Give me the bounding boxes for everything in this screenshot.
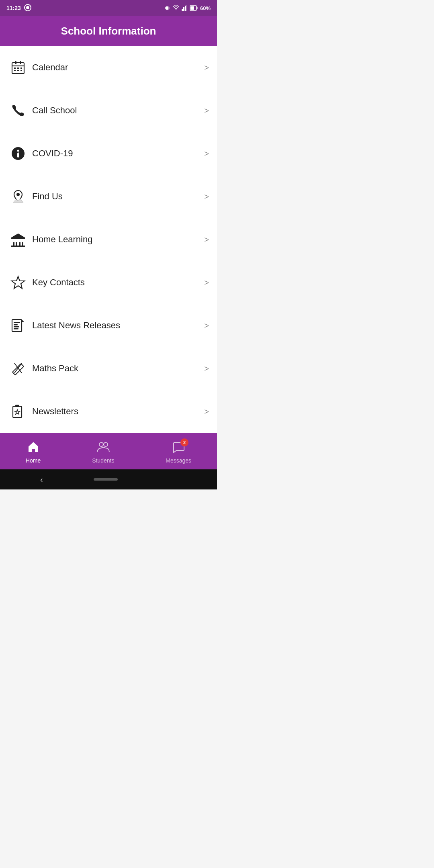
chevron-icon-latest-news: > (204, 321, 209, 330)
svg-marker-28 (11, 233, 25, 237)
bottom-nav: Home Students 2 Messages (0, 433, 217, 469)
messages-icon: 2 (172, 441, 184, 456)
chevron-icon-home-learning: > (204, 235, 209, 244)
chevron-icon-find-us: > (204, 192, 209, 201)
menu-list: Calendar > Call School > i COVID-19 > (0, 46, 217, 433)
svg-rect-36 (12, 319, 22, 332)
nav-label-home: Home (26, 457, 41, 464)
svg-rect-33 (11, 237, 25, 239)
status-battery: 60% (200, 5, 211, 11)
nav-label-students: Students (92, 457, 114, 464)
svg-rect-2 (166, 6, 169, 10)
star-icon (8, 272, 28, 293)
status-bar: 11:23 (0, 0, 217, 16)
svg-point-5 (176, 9, 176, 10)
svg-rect-9 (186, 5, 187, 11)
menu-label-find-us: Find Us (32, 191, 204, 202)
menu-label-latest-news: Latest News Releases (32, 320, 204, 331)
status-right: 60% (164, 5, 211, 11)
svg-rect-21 (17, 70, 19, 71)
nav-item-messages[interactable]: 2 Messages (166, 441, 191, 464)
nav-item-students[interactable]: Students (92, 441, 114, 464)
svg-point-1 (26, 6, 29, 9)
svg-rect-41 (12, 364, 24, 375)
menu-label-calendar: Calendar (32, 62, 204, 73)
bank-icon (8, 229, 28, 250)
svg-rect-37 (14, 322, 20, 323)
menu-label-key-contacts: Key Contacts (32, 277, 204, 288)
menu-item-key-contacts[interactable]: Key Contacts > (0, 261, 217, 304)
menu-item-latest-news[interactable]: Latest News Releases > (0, 304, 217, 347)
nav-item-home[interactable]: Home (26, 441, 41, 464)
menu-label-newsletters: Newsletters (32, 406, 204, 417)
svg-rect-3 (165, 7, 166, 9)
svg-point-47 (99, 442, 103, 446)
back-button[interactable]: ‹ (40, 475, 43, 484)
menu-label-call-school: Call School (32, 105, 204, 116)
chevron-icon-maths-pack: > (204, 364, 209, 373)
svg-rect-20 (14, 70, 16, 71)
nav-label-messages: Messages (166, 457, 191, 464)
chevron-icon-call-school: > (204, 106, 209, 115)
students-icon (97, 441, 110, 456)
svg-rect-17 (14, 68, 16, 69)
svg-rect-8 (185, 6, 186, 11)
location-icon (8, 186, 28, 207)
svg-marker-35 (12, 276, 25, 289)
page-header: School Information (0, 16, 217, 46)
svg-rect-18 (17, 68, 19, 69)
messages-badge: 2 (180, 438, 188, 446)
svg-rect-12 (190, 6, 194, 10)
svg-rect-39 (14, 326, 19, 328)
chevron-icon-key-contacts: > (204, 278, 209, 287)
clipboard-star-icon (8, 401, 28, 422)
calendar-icon (8, 57, 28, 78)
svg-point-48 (104, 442, 108, 446)
status-time: 11:23 (6, 5, 21, 11)
page-title: School Information (61, 25, 156, 37)
chevron-icon-calendar: > (204, 63, 209, 72)
svg-rect-16 (20, 61, 21, 64)
svg-rect-40 (14, 328, 18, 330)
home-pill[interactable] (94, 478, 118, 481)
svg-rect-4 (169, 7, 169, 9)
svg-rect-45 (15, 405, 19, 407)
ruler-icon (8, 358, 28, 379)
svg-marker-46 (15, 409, 20, 414)
svg-rect-7 (183, 7, 184, 11)
svg-text:i: i (17, 151, 18, 156)
svg-point-27 (16, 193, 20, 196)
menu-item-home-learning[interactable]: Home Learning > (0, 218, 217, 261)
menu-item-covid19[interactable]: i COVID-19 > (0, 132, 217, 175)
chevron-icon-covid19: > (204, 149, 209, 158)
svg-rect-38 (14, 324, 18, 326)
svg-rect-6 (182, 9, 183, 11)
menu-item-find-us[interactable]: Find Us > (0, 175, 217, 218)
svg-rect-44 (13, 406, 22, 418)
phone-icon (8, 100, 28, 121)
chevron-icon-newsletters: > (204, 407, 209, 416)
menu-item-newsletters[interactable]: Newsletters > (0, 390, 217, 433)
info-icon: i (8, 143, 28, 164)
menu-label-home-learning: Home Learning (32, 234, 204, 245)
svg-rect-22 (20, 70, 22, 71)
newspaper-icon (8, 315, 28, 336)
svg-rect-34 (11, 246, 25, 247)
menu-label-covid19: COVID-19 (32, 148, 204, 159)
menu-item-calendar[interactable]: Calendar > (0, 46, 217, 89)
svg-rect-11 (197, 7, 197, 9)
home-icon (27, 441, 39, 456)
menu-item-call-school[interactable]: Call School > (0, 89, 217, 132)
svg-rect-15 (15, 61, 16, 64)
menu-label-maths-pack: Maths Pack (32, 363, 204, 374)
status-app-icon (24, 4, 31, 12)
svg-rect-19 (20, 68, 22, 69)
android-nav-bar: ‹ (0, 469, 217, 489)
menu-item-maths-pack[interactable]: Maths Pack > (0, 347, 217, 390)
